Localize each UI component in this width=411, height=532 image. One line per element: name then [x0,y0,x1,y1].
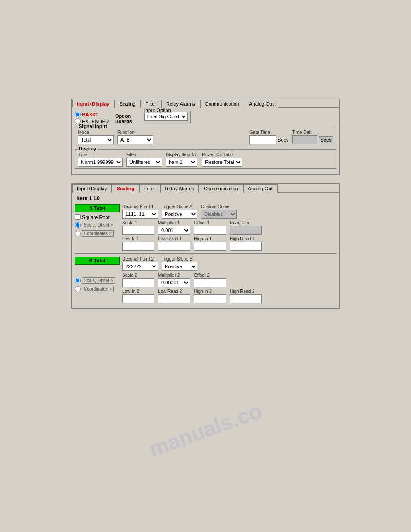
scale-offset-b-radio-label[interactable]: Scale, Offset > [75,277,120,284]
display-item-select[interactable]: Item 1 [166,158,197,167]
mode-label: Mode [78,130,114,135]
function-select[interactable]: A, B [117,135,153,144]
low-in2-label: Low In 2 [122,289,154,294]
item-header: Item 1 L0 [75,195,336,202]
low-read2-label: Low Read 2 [158,289,190,294]
coordinates-b-radio[interactable] [75,286,81,292]
time-out-unit: Secs [319,136,333,143]
coordinates-b-btn[interactable]: Coordinates > [82,286,114,292]
display-item-field: Display Item No. Item 1 [166,152,198,167]
multiplier2-label: Multiplier 2 [158,273,190,278]
gate-time-field: Gate Time 000.00 Secs [249,130,288,144]
offset2-label: Offset 2 [194,273,226,278]
trigger-slope-a-select[interactable]: Positive [162,210,197,219]
coordinates-b-radio-label[interactable]: Coordinates > [75,286,120,292]
offset1-label: Offset 1 [194,220,226,225]
trigger-slope-a-field: Trigger Slope A Positive [162,204,197,219]
scale-offset-btn[interactable]: Scale, Offset > [82,222,115,228]
tab-scaling-1[interactable]: Scaling [114,100,140,108]
read0-input[interactable]: +000000. [230,226,262,235]
power-on-field: Power-On Total Restore Total [202,152,242,167]
offset2-input[interactable]: +000000. [194,278,226,287]
scale-offset-radio-label[interactable]: Scale, Offset > [75,222,120,228]
basic-radio[interactable] [75,112,81,117]
tab-input-display-2[interactable]: Input+Display [72,184,112,193]
scale-offset-b-btn[interactable]: Scale, Offset > [82,277,115,284]
coordinates-radio[interactable] [75,231,81,236]
tab-filter-1[interactable]: Filter [141,100,161,108]
display-row: Type Norm1 999999 Filter Unfiltered Disp… [78,152,333,167]
decimal-point2-select[interactable]: 222222. [122,262,158,271]
tab-relay-alarms-1[interactable]: Relay Alarms [161,100,200,108]
offset2-field: Offset 2 +000000. [194,273,226,287]
high-read2-input[interactable]: +000001. [230,294,262,303]
square-root-checkbox-label[interactable]: Square Root [75,214,120,220]
input-option-select[interactable]: Dual Sig Cond [144,112,188,121]
tab-filter-2[interactable]: Filter [139,184,160,193]
option-boards-label: OptionBoards [115,113,132,124]
power-on-label: Power-On Total [202,152,242,157]
signal-input-title: Signal Input [78,124,108,129]
coordinates-btn[interactable]: Coordinates > [82,230,114,237]
watermark: manuals.co [146,398,265,462]
signal-input-row: Mode Total Function A, B Gate Time 000.0… [78,130,333,144]
type-select[interactable]: Norm1 999999 [78,158,123,167]
power-on-select[interactable]: Restore Total [202,158,242,167]
high-read1-input[interactable]: +0001.00 [230,242,262,251]
scale-offset-b-radio[interactable] [75,278,81,283]
tab-analog-out-1[interactable]: Analog Out [244,100,278,108]
high-in2-field: High In 2 +216000. [194,289,226,303]
low-read1-input[interactable]: +0000.00 [158,242,190,251]
multiplier2-select[interactable]: 0.00001 [158,278,190,287]
scale1-input[interactable]: +0.46296 [122,226,154,235]
panel2-tabs: Input+Display Scaling Filter Relay Alarm… [72,184,339,192]
scale2-input[interactable]: +0.46296 [122,278,154,287]
multiplier1-select[interactable]: 0.001 [158,226,190,235]
tab-relay-alarms-2[interactable]: Relay Alarms [160,184,199,193]
scale-offset-radio[interactable] [75,222,81,228]
high-read1-field: High Read 1 +0001.00 [230,236,262,251]
section-a: A Total Square Root Scale, Offset > Coor… [75,204,336,251]
tab-analog-out-2[interactable]: Analog Out [243,184,278,193]
time-out-input[interactable]: 002.00 [292,135,317,144]
filter-select[interactable]: Unfiltered [126,158,162,167]
basic-radio-label[interactable]: BASIC [75,112,109,117]
low-in1-input[interactable]: +000000. [122,242,154,251]
high-in2-label: High In 2 [194,289,226,294]
multiplier2-field: Multiplier 2 0.00001 [158,273,190,287]
low-in2-field: Low In 2 +000000. [122,289,154,303]
high-in1-input[interactable]: +216000. [194,242,226,251]
decimal-point2-label: Decimal Point 2 [122,257,158,262]
tab-communication-1[interactable]: Communication [200,100,244,108]
section-a-row2: Scale 1 +0.46296 Multiplier 1 0.001 Offs… [122,220,336,235]
square-root-checkbox[interactable] [75,214,81,220]
low-read2-field: Low Read 2 +000000. [158,289,190,303]
trigger-slope-a-label: Trigger Slope A [162,204,197,209]
coordinates-radio-label[interactable]: Coordinates > [75,230,120,237]
read0-label: Read 0 In [230,220,262,225]
trigger-slope-b-field: Trigger Slope B Positive [162,257,197,271]
trigger-slope-b-select[interactable]: Positive [162,262,197,271]
decimal-point1-select[interactable]: 1111. 11 [122,210,158,219]
time-out-field: Time Out 002.00 Secs [292,130,333,144]
mode-select[interactable]: Total [78,135,114,144]
tab-communication-2[interactable]: Communication [199,184,243,193]
custom-curve-select[interactable]: Disabled [201,210,237,219]
display-group: Display Type Norm1 999999 Filter Unfilte… [75,149,336,169]
basic-extended-radio: BASIC EXTENDED [75,111,109,124]
tab-scaling-2[interactable]: Scaling [112,184,139,193]
scale1-label: Scale 1 [122,220,154,225]
gate-time-input[interactable]: 000.00 [249,135,276,144]
low-read2-input[interactable]: +000000. [158,294,190,303]
function-label: Function [117,130,153,135]
signal-input-group: Signal Input Mode Total Function A, B Ga… [75,127,336,146]
type-label: Type [78,152,123,157]
panel2-body: Item 1 L0 A Total Square Root Scale, Off… [72,192,339,308]
offset1-input[interactable]: +0000.00 [194,226,226,235]
custom-curve-field: Custom Curve Disabled [201,204,237,219]
section-divider [75,253,336,254]
low-in2-input[interactable]: +000000. [122,294,154,303]
gate-time-label: Gate Time [249,130,288,135]
tab-input-display-1[interactable]: Input+Display [72,100,114,108]
high-in2-input[interactable]: +216000. [194,294,226,303]
